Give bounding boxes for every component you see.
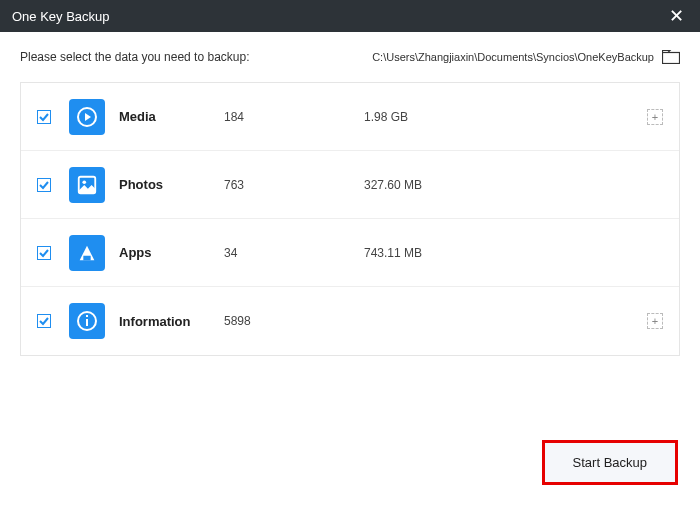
check-icon (39, 112, 49, 122)
svg-rect-5 (83, 255, 90, 260)
category-label: Apps (119, 245, 224, 260)
photos-icon (69, 167, 105, 203)
category-size: 1.98 GB (364, 110, 647, 124)
category-label: Information (119, 314, 224, 329)
close-icon[interactable]: ✕ (665, 5, 688, 27)
category-count: 184 (224, 110, 364, 124)
svg-rect-8 (86, 315, 88, 317)
media-icon (69, 99, 105, 135)
checkbox-information[interactable] (37, 314, 51, 328)
path-wrap: C:\Users\Zhangjiaxin\Documents\Syncios\O… (372, 50, 680, 64)
category-count: 5898 (224, 314, 364, 328)
folder-icon (662, 50, 680, 64)
start-backup-button[interactable]: Start Backup (542, 440, 678, 485)
top-row: Please select the data you need to backu… (20, 50, 680, 64)
category-size: 327.60 MB (364, 178, 663, 192)
svg-marker-2 (85, 113, 91, 121)
expand-button[interactable]: + (647, 109, 663, 125)
category-count: 763 (224, 178, 364, 192)
checkbox-media[interactable] (37, 110, 51, 124)
checkbox-apps[interactable] (37, 246, 51, 260)
check-icon (39, 180, 49, 190)
category-size: 743.11 MB (364, 246, 663, 260)
footer: Start Backup (542, 440, 678, 485)
check-icon (39, 248, 49, 258)
expand-button[interactable]: + (647, 313, 663, 329)
browse-folder-button[interactable] (662, 50, 680, 64)
list-item: Apps 34 743.11 MB (21, 219, 679, 287)
list-item: Media 184 1.98 GB + (21, 83, 679, 151)
category-list: Media 184 1.98 GB + Photos 763 327.60 MB (20, 82, 680, 356)
svg-rect-7 (86, 319, 88, 326)
checkbox-photos[interactable] (37, 178, 51, 192)
prompt-text: Please select the data you need to backu… (20, 50, 250, 64)
apps-icon (69, 235, 105, 271)
svg-rect-0 (663, 53, 680, 64)
list-item: Information 5898 + (21, 287, 679, 355)
category-label: Photos (119, 177, 224, 192)
titlebar: One Key Backup ✕ (0, 0, 700, 32)
backup-path: C:\Users\Zhangjiaxin\Documents\Syncios\O… (372, 51, 654, 63)
category-count: 34 (224, 246, 364, 260)
list-item: Photos 763 327.60 MB (21, 151, 679, 219)
information-icon (69, 303, 105, 339)
svg-point-4 (82, 180, 86, 184)
check-icon (39, 316, 49, 326)
window-title: One Key Backup (12, 9, 110, 24)
category-label: Media (119, 109, 224, 124)
content: Please select the data you need to backu… (0, 32, 700, 356)
